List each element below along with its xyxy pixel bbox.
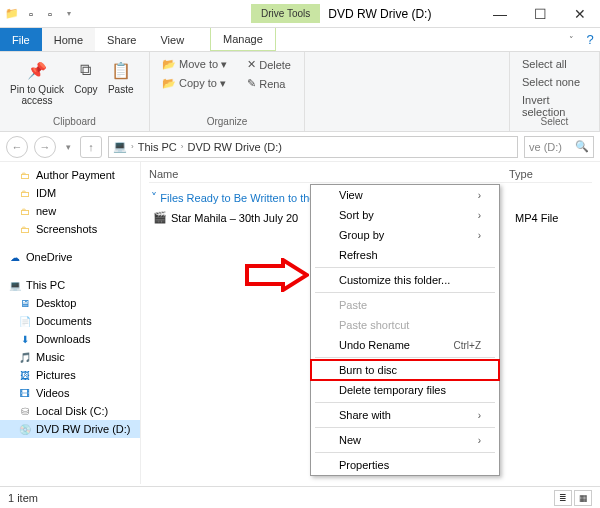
- qat-icon[interactable]: ▫: [23, 6, 39, 22]
- menu-new-label: New: [339, 434, 361, 446]
- copy-icon: ⧉: [74, 58, 98, 82]
- address-field[interactable]: 💻 › This PC › DVD RW Drive (D:): [108, 136, 518, 158]
- tab-manage[interactable]: Manage: [210, 28, 276, 51]
- titlebar: 📁 ▫ ▫ ▾ Drive Tools DVD RW Drive (D:) — …: [0, 0, 600, 28]
- sidebar-item[interactable]: 🖼Pictures: [0, 366, 140, 384]
- submenu-arrow-icon: ›: [478, 435, 481, 446]
- menu-paste-label: Paste: [339, 299, 367, 311]
- pc-icon: 💻: [113, 140, 127, 153]
- sidebar-item[interactable]: 🎞Videos: [0, 384, 140, 402]
- details-view-button[interactable]: ≣: [554, 490, 572, 506]
- submenu-arrow-icon: ›: [478, 190, 481, 201]
- close-button[interactable]: ✕: [560, 1, 600, 27]
- breadcrumb-root[interactable]: This PC: [138, 141, 177, 153]
- rename-label: Rena: [259, 78, 285, 90]
- menu-undo-shortcut: Ctrl+Z: [454, 340, 482, 351]
- group-label-select: Select: [518, 116, 591, 127]
- folder-icon: 🗀: [18, 186, 32, 200]
- move-to-button[interactable]: 📂Move to ▾: [158, 56, 231, 73]
- thispc-label: This PC: [26, 279, 65, 291]
- ribbon-collapse-icon[interactable]: ˅: [562, 28, 580, 51]
- menu-view[interactable]: View›: [311, 185, 499, 205]
- pc-icon: 💻: [8, 278, 22, 292]
- vid-icon: 🎞: [18, 386, 32, 400]
- sidebar-item-label: Desktop: [36, 297, 76, 309]
- tab-file[interactable]: File: [0, 28, 42, 51]
- menu-group-by[interactable]: Group by›: [311, 225, 499, 245]
- menu-share-with[interactable]: Share with›: [311, 405, 499, 425]
- item-count: 1 item: [8, 492, 38, 504]
- breadcrumb-location[interactable]: DVD RW Drive (D:): [187, 141, 282, 153]
- sidebar-item-label: Local Disk (C:): [36, 405, 108, 417]
- menu-paste-sc-label: Paste shortcut: [339, 319, 409, 331]
- column-header-name[interactable]: Name: [149, 168, 429, 180]
- icons-view-button[interactable]: ▦: [574, 490, 592, 506]
- sidebar-item[interactable]: ⬇Downloads: [0, 330, 140, 348]
- menu-burn-to-disc[interactable]: Burn to disc: [311, 360, 499, 380]
- sidebar-item-label: new: [36, 205, 56, 217]
- system-menu-icons: 📁 ▫ ▫ ▾: [0, 6, 81, 22]
- pin-quick-access-button[interactable]: 📌 Pin to Quick access: [8, 56, 66, 108]
- paste-label: Paste: [108, 84, 134, 95]
- copy-button[interactable]: ⧉ Copy: [72, 56, 100, 97]
- sidebar-item[interactable]: ⛁Local Disk (C:): [0, 402, 140, 420]
- sidebar-onedrive[interactable]: ☁OneDrive: [0, 248, 140, 266]
- submenu-arrow-icon: ›: [478, 210, 481, 221]
- rename-button[interactable]: ✎Rena: [243, 75, 295, 92]
- ribbon-tabs: File Home Share View Manage ˅ ?: [0, 28, 600, 52]
- copy-to-button[interactable]: 📂Copy to ▾: [158, 75, 231, 92]
- menu-new[interactable]: New›: [311, 430, 499, 450]
- menu-paste-shortcut: Paste shortcut: [311, 315, 499, 335]
- sidebar-item[interactable]: 🗀Author Payment: [0, 166, 140, 184]
- folder-icon: 🗀: [18, 222, 32, 236]
- maximize-button[interactable]: ☐: [520, 1, 560, 27]
- menu-undo-rename[interactable]: Undo RenameCtrl+Z: [311, 335, 499, 355]
- search-input[interactable]: ve (D:) 🔍: [524, 136, 594, 158]
- select-none-button[interactable]: Select none: [518, 74, 591, 90]
- submenu-arrow-icon: ›: [478, 230, 481, 241]
- recent-locations-button[interactable]: ▾: [62, 136, 74, 158]
- qat-icon-2[interactable]: ▫: [42, 6, 58, 22]
- select-all-button[interactable]: Select all: [518, 56, 591, 72]
- dvd-icon: 💿: [18, 422, 32, 436]
- folder-icon: 🗀: [18, 168, 32, 182]
- annotation-arrow: [245, 258, 309, 294]
- context-menu: View› Sort by› Group by› Refresh Customi…: [310, 184, 500, 476]
- sidebar-item[interactable]: 🗀new: [0, 202, 140, 220]
- column-header-type[interactable]: Type: [509, 168, 533, 180]
- sidebar-item-label: Music: [36, 351, 65, 363]
- menu-refresh[interactable]: Refresh: [311, 245, 499, 265]
- back-button[interactable]: ←: [6, 136, 28, 158]
- invert-label: Invert selection: [522, 94, 587, 118]
- search-icon: 🔍: [575, 140, 589, 153]
- delete-button[interactable]: ✕Delete: [243, 56, 295, 73]
- paste-button[interactable]: 📋 Paste: [106, 56, 136, 97]
- menu-deltemp-label: Delete temporary files: [339, 384, 446, 396]
- up-button[interactable]: ↑: [80, 136, 102, 158]
- contextual-tab-label: Drive Tools: [251, 4, 320, 23]
- tab-home[interactable]: Home: [42, 28, 95, 51]
- sidebar-item[interactable]: 🗀IDM: [0, 184, 140, 202]
- menu-delete-temp[interactable]: Delete temporary files: [311, 380, 499, 400]
- menu-customize-folder[interactable]: Customize this folder...: [311, 270, 499, 290]
- qat-dropdown-icon[interactable]: ▾: [61, 6, 77, 22]
- help-icon[interactable]: ?: [580, 28, 600, 51]
- tab-view[interactable]: View: [148, 28, 196, 51]
- menu-sort-by[interactable]: Sort by›: [311, 205, 499, 225]
- sidebar-item[interactable]: 📄Documents: [0, 312, 140, 330]
- file-icon: 🎬: [153, 211, 167, 225]
- ribbon: 📌 Pin to Quick access ⧉ Copy 📋 Paste Cli…: [0, 52, 600, 132]
- sidebar-item[interactable]: 🎵Music: [0, 348, 140, 366]
- sidebar-item[interactable]: 🗀Screenshots: [0, 220, 140, 238]
- app-icon: 📁: [4, 6, 20, 22]
- forward-button[interactable]: →: [34, 136, 56, 158]
- tab-share[interactable]: Share: [95, 28, 148, 51]
- sidebar-item[interactable]: 🖥Desktop: [0, 294, 140, 312]
- menu-properties[interactable]: Properties: [311, 455, 499, 475]
- minimize-button[interactable]: —: [480, 1, 520, 27]
- paste-icon: 📋: [109, 58, 133, 82]
- sidebar-item-label: Pictures: [36, 369, 76, 381]
- sidebar-item[interactable]: 💿DVD RW Drive (D:): [0, 420, 140, 438]
- sidebar-this-pc[interactable]: 💻This PC: [0, 276, 140, 294]
- submenu-arrow-icon: ›: [478, 410, 481, 421]
